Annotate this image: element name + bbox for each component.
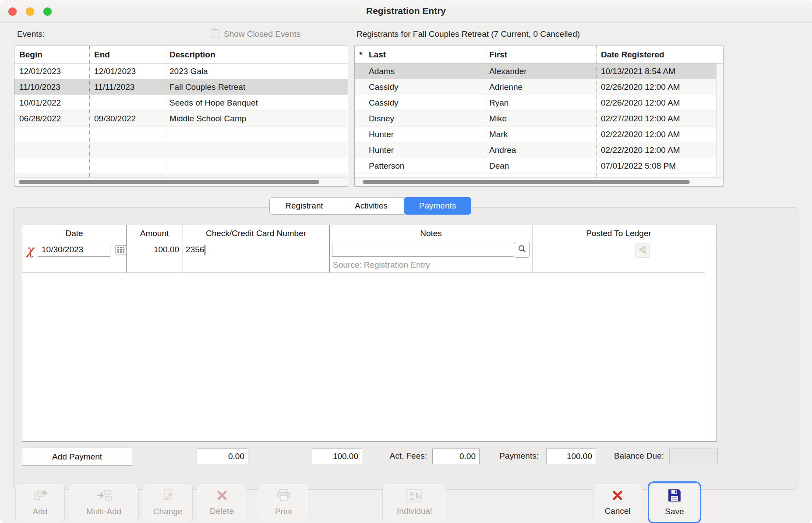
change-button[interactable]: Change [143,484,193,521]
column-header-description: Description [165,50,348,60]
print-label: Print [275,507,292,516]
payments-vertical-scrollbar[interactable] [705,242,705,441]
cell-date: 02/26/2020 12:00 AM [597,82,717,92]
show-closed-checkbox[interactable] [211,29,219,38]
balance-due-field [669,449,718,464]
payment-notes-input[interactable] [332,243,513,257]
cell-date: 02/22/2020 12:00 AM [597,130,717,139]
column-header-notes: Notes [329,225,533,242]
individual-button[interactable]: Individual [382,484,446,521]
registrant-row-adams[interactable]: Adams Alexander 10/13/2021 8:54 AM [355,64,723,79]
events-table-body: 12/01/2023 12/01/2023 2023 Gala 11/10/20… [14,64,348,178]
scrollbar-thumb[interactable] [363,180,690,184]
cancel-button[interactable]: Cancel [593,484,642,521]
cell-first: Alexander [485,67,597,76]
column-header-star: * [355,50,364,60]
registrant-row-cassidy-ryan[interactable]: Cassidy Ryan 02/26/2020 12:00 AM [355,95,723,111]
cell-begin: 11/10/2023 [14,82,89,92]
print-button[interactable]: Print [259,484,308,521]
events-table-header: Begin End Description [14,46,348,64]
registrant-row-hunter-andrea[interactable]: Hunter Andrea 02/22/2020 12:00 AM [355,142,723,158]
delete-icon [215,489,229,504]
registrant-row-patterson-dean[interactable]: Patterson Dean 07/01/2022 5:08 PM [355,158,723,174]
payments-field: 100.00 [546,449,596,464]
payment-amount[interactable]: 100.00 [126,243,179,257]
registrants-table-header: * Last First Date Registered [355,46,723,64]
tab-activities-label: Activities [355,201,388,211]
add-payment-label: Add Payment [52,452,102,462]
row-divider [22,272,705,273]
save-button[interactable]: Save [650,484,699,521]
column-header-check-number: Check/Credit Card Number [183,225,329,242]
cell-date: 02/27/2020 12:00 AM [597,114,717,124]
add-label: Add [33,507,48,516]
show-closed-label: Show Closed Events [224,29,300,39]
delete-row-icon[interactable]: χ [26,244,34,257]
delete-button[interactable]: Delete [197,484,247,521]
registrant-row-cassidy-adrienne[interactable]: Cassidy Adrienne 02/26/2020 12:00 AM [355,79,723,95]
save-icon [667,488,681,505]
cell-description: 2023 Gala [165,67,348,76]
post-arrow-icon [637,244,648,257]
tab-payments[interactable]: Payments [404,197,471,215]
registrants-horizontal-scrollbar[interactable] [355,177,723,186]
tab-activities[interactable]: Activities [339,197,404,215]
event-row-fall-couples-retreat[interactable]: 11/10/2023 11/11/2023 Fall Couples Retre… [14,79,348,95]
tab-registrant-label: Registrant [285,201,323,211]
registrant-row-disney-mike[interactable]: Disney Mike 02/27/2020 12:00 AM [355,111,723,127]
payment-check-number-text: 2356 [186,245,204,254]
cell-last: Cassidy [364,82,485,92]
cell-date: 07/01/2022 5:08 PM [597,161,717,171]
registrants-vertical-scrollbar[interactable] [716,64,723,177]
cell-last: Adams [364,67,485,76]
scrollbar-thumb[interactable] [19,180,319,184]
cell-begin: 06/28/2022 [14,114,89,124]
total-field-1: 0.00 [197,449,248,464]
act-fees-label: Act. Fees: [368,451,427,461]
payments-table: Date Amount Check/Credit Card Number Not… [22,225,717,442]
payment-check-number[interactable]: 2356 [186,243,205,257]
column-divider [533,225,533,272]
column-header-posted: Posted To Ledger [533,225,705,242]
cell-begin: 12/01/2023 [14,67,89,76]
cell-begin: 10/01/2022 [14,98,89,108]
cell-description: Fall Couples Retreat [165,82,348,92]
cell-first: Mike [485,114,597,124]
multi-add-button[interactable]: Multi-Add [69,484,139,521]
multi-add-icon [96,488,112,505]
column-header-last: Last [364,50,485,60]
event-row-seeds-of-hope[interactable]: 10/01/2022 Seeds of Hope Banquet [14,95,348,111]
payment-date-input[interactable] [38,243,110,257]
column-header-first: First [485,50,597,60]
cell-last: Cassidy [364,98,485,108]
empty-row [14,142,348,158]
cell-date: 02/22/2020 12:00 AM [597,145,717,155]
registrant-row-hunter-mark[interactable]: Hunter Mark 02/22/2020 12:00 AM [355,127,723,142]
event-row-middle-school-camp[interactable]: 06/28/2022 09/30/2022 Middle School Camp [14,111,348,127]
individual-icon [406,489,423,504]
column-header-date-registered: Date Registered [597,50,717,60]
date-picker-icon[interactable] [115,245,127,258]
column-divider [329,225,330,272]
toolbar-divider [253,486,253,519]
add-payment-button[interactable]: Add Payment [22,448,132,466]
tab-registrant[interactable]: Registrant [269,197,339,215]
cell-description: Middle School Camp [165,114,348,124]
registrants-title: Registrants for Fall Couples Retreat (7 … [357,29,580,39]
notes-lookup-button[interactable] [514,242,530,258]
column-header-end: End [89,50,165,60]
cell-end: 09/30/2022 [89,114,165,124]
tab-payments-label: Payments [419,201,456,211]
act-fees-field: 0.00 [432,449,480,464]
registration-entry-window: Registration Entry Events: Show Closed E… [0,0,812,523]
events-table: Begin End Description 12/01/2023 12/01/2… [14,46,348,187]
event-row-2023-gala[interactable]: 12/01/2023 12/01/2023 2023 Gala [14,64,348,79]
column-divider [183,225,183,272]
individual-label: Individual [397,506,432,516]
cell-date: 02/26/2020 12:00 AM [597,98,717,108]
post-to-ledger-button[interactable] [635,244,650,258]
events-horizontal-scrollbar[interactable] [14,177,348,186]
add-button[interactable]: Add [15,484,65,521]
total-field-2: 100.00 [312,449,362,464]
print-icon [276,488,292,505]
